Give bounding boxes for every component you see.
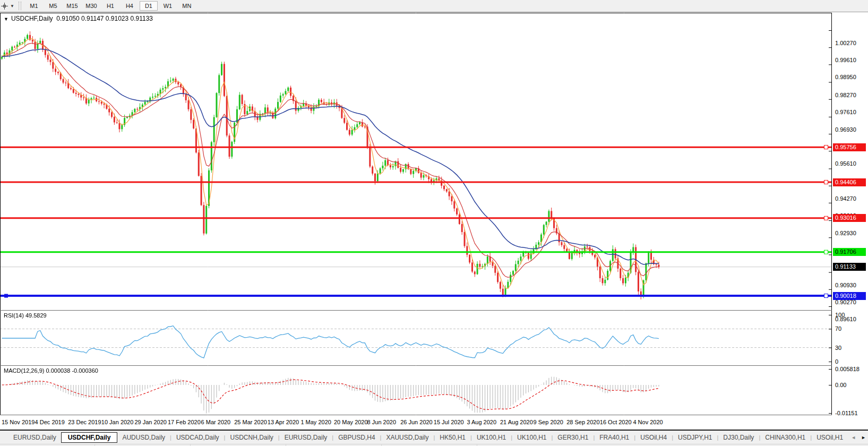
date-tick: 6 Mar 2020 — [201, 419, 231, 425]
chart-title: ▼USDCHF,Daily 0.91050 0.91147 0.91023 0.… — [4, 15, 153, 22]
price-tick: 0.99610 — [835, 57, 867, 64]
tab-usoil-h4[interactable]: USOil,H4 — [635, 432, 672, 443]
cursor-tool-button[interactable]: ▼ — [0, 0, 16, 12]
tab-hk50-h1[interactable]: HK50,H1 — [435, 432, 470, 443]
date-tick: 23 Dec 2019 — [68, 419, 101, 425]
timeframe-buttons: M1M5M15M30H1H4D1W1MN — [24, 1, 196, 11]
date-tick: 26 Jun 2020 — [400, 419, 433, 425]
timeframe-w1[interactable]: W1 — [159, 1, 177, 11]
tab-scroll-arrows: ◄ ► — [851, 431, 866, 444]
rsi-tick: 100 — [835, 312, 867, 319]
tab-usdcad-daily[interactable]: USDCAD,Daily — [171, 432, 224, 443]
timeframe-m30[interactable]: M30 — [82, 1, 100, 11]
macd-tick: 0.005818 — [835, 366, 867, 373]
toolbar-grip — [19, 2, 21, 10]
tab-usoil-h1[interactable]: USOil,H1 — [812, 432, 848, 443]
tab-fra40-h1[interactable]: FRA40,H1 — [595, 432, 634, 443]
date-tick: 29 Jan 2020 — [134, 419, 167, 425]
date-axis: 15 Nov 20194 Dec 201923 Dec 201910 Jan 2… — [0, 415, 868, 430]
symbol-tabs: EURUSD,DailyUSDCHF,DailyAUDUSD,Daily|USD… — [8, 432, 848, 443]
tab-gbpusd-h4[interactable]: GBPUSD,H4 — [333, 432, 380, 443]
status-strip — [0, 444, 868, 446]
timeframe-m5[interactable]: M5 — [44, 1, 62, 11]
rsi-tick: 30 — [835, 345, 867, 351]
date-tick: 4 Dec 2019 — [35, 419, 65, 425]
price-tick: 0.94270 — [835, 195, 867, 202]
date-tick: 28 Sep 2020 — [566, 419, 599, 425]
level-price-badge: 0.90018 — [833, 292, 866, 300]
date-tick: 21 Aug 2020 — [500, 419, 533, 425]
price-tick: 0.96930 — [835, 126, 867, 133]
timeframe-toolbar: ▼ M1M5M15M30H1H4D1W1MN — [0, 0, 868, 12]
timeframe-h1[interactable]: H1 — [101, 1, 119, 11]
date-tick: 25 Mar 2020 — [234, 419, 267, 425]
price-tick: 1.00270 — [835, 40, 867, 47]
level-price-badge: 0.94406 — [833, 178, 866, 186]
price-chart-canvas[interactable] — [0, 13, 832, 415]
timeframe-d1[interactable]: D1 — [140, 1, 158, 11]
price-tick: 0.98270 — [835, 92, 867, 99]
timeframe-mn[interactable]: MN — [178, 1, 196, 11]
price-tick: 0.90930 — [835, 282, 867, 289]
price-tick: 0.98950 — [835, 74, 867, 81]
date-tick: 15 Jul 2020 — [434, 419, 464, 425]
tab-uk100-h1[interactable]: UK100,H1 — [512, 432, 551, 443]
date-tick: 15 Nov 2019 — [2, 419, 35, 425]
tab-xauusd-daily[interactable]: XAUUSD,Daily — [381, 432, 433, 443]
tab-ger30-h1[interactable]: GER30,H1 — [553, 432, 593, 443]
date-tick: 17 Feb 2020 — [168, 419, 201, 425]
chart-symbol: USDCHF,Daily — [11, 15, 53, 22]
current-price-badge: 0.91133 — [833, 263, 866, 271]
collapse-triangle-icon: ▼ — [4, 16, 8, 22]
date-tick: 8 Jun 2020 — [367, 419, 396, 425]
scroll-right-icon[interactable]: ► — [861, 435, 866, 440]
level-price-badge: 0.95756 — [833, 143, 866, 151]
tab-audusd-daily[interactable]: AUDUSD,Daily — [117, 432, 170, 443]
scroll-left-icon[interactable]: ◄ — [851, 435, 856, 440]
chevron-down-icon: ▼ — [10, 4, 14, 8]
tab-usdjpy-h1[interactable]: USDJPY,H1 — [673, 432, 717, 443]
tab-china300-h1[interactable]: CHINA300,H1 — [760, 432, 810, 443]
date-tick: 1 May 2020 — [300, 419, 331, 425]
rsi-tick: 70 — [835, 325, 867, 332]
chart-ohlc: 0.91050 0.91147 0.91023 0.91133 — [56, 15, 153, 22]
price-tick: 0.97610 — [835, 109, 867, 116]
date-tick: 3 Aug 2020 — [467, 419, 496, 425]
macd-tick: 0.00 — [835, 382, 867, 389]
level-price-badge: 0.93016 — [833, 214, 866, 222]
tab-usdcnh-daily[interactable]: USDCNH,Daily — [225, 432, 278, 443]
price-tick: 0.92930 — [835, 230, 867, 237]
timeframe-h4[interactable]: H4 — [121, 1, 139, 11]
date-tick: 10 Jan 2020 — [101, 419, 134, 425]
date-tick: 4 Nov 2020 — [633, 419, 663, 425]
date-tick: 9 Sep 2020 — [534, 419, 563, 425]
rsi-label: RSI(14) 49.5829 — [4, 312, 47, 319]
tab-dj30-daily[interactable]: DJ30,Daily — [718, 432, 759, 443]
date-tick: 13 Apr 2020 — [268, 419, 299, 425]
macd-label: MACD(12,26,9) 0.000038 -0.000360 — [4, 367, 98, 374]
symbol-tab-bar: EURUSD,DailyUSDCHF,DailyAUDUSD,Daily|USD… — [0, 430, 868, 444]
date-tick: 16 Oct 2020 — [600, 419, 632, 425]
tab-uk100-h1[interactable]: UK100,H1 — [472, 432, 511, 443]
date-tick: 20 May 2020 — [334, 419, 368, 425]
price-tick: 0.90270 — [835, 299, 867, 306]
price-tick: 0.95610 — [835, 160, 867, 167]
mt4-window: ▼ M1M5M15M30H1H4D1W1MN ▼USDCHF,Daily 0.9… — [0, 0, 868, 446]
timeframe-m15[interactable]: M15 — [63, 1, 81, 11]
rsi-tick: 0 — [835, 358, 867, 365]
crosshair-icon — [1, 2, 8, 10]
tab-eurusd-daily[interactable]: EURUSD,Daily — [280, 432, 332, 443]
level-price-badge: 0.91706 — [833, 248, 866, 256]
tab-eurusd-daily[interactable]: EURUSD,Daily — [8, 432, 61, 443]
tab-usdchf-daily[interactable]: USDCHF,Daily — [61, 432, 118, 443]
timeframe-m1[interactable]: M1 — [25, 1, 43, 11]
